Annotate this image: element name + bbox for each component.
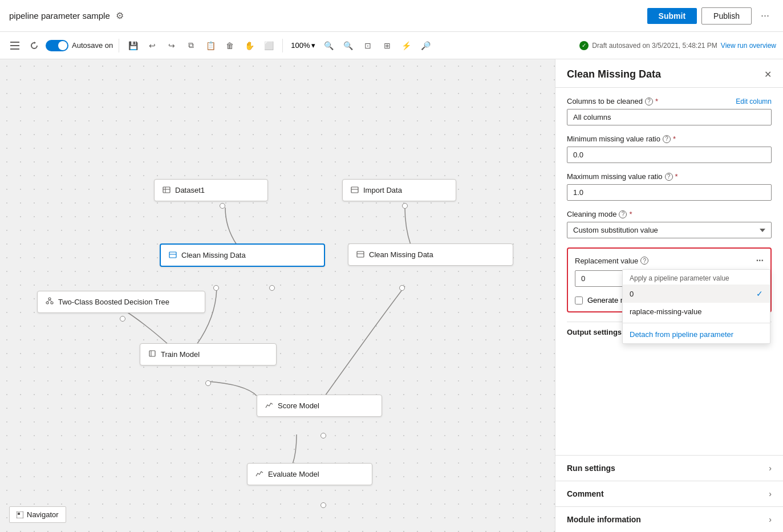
edit-column-link[interactable]: Edit column	[736, 98, 772, 105]
boosted-tree-node[interactable]: Two-Class Boosted Decision Tree	[37, 291, 205, 313]
columns-field-group: Columns to be cleaned ? * Edit column	[567, 97, 772, 125]
boosted-tree-icon	[46, 297, 54, 307]
svg-point-13	[46, 302, 48, 304]
train-model-node[interactable]: Train Model	[140, 343, 277, 366]
fit-view-icon[interactable]: ⊡	[360, 38, 376, 54]
comment-section[interactable]: Comment ›	[555, 481, 783, 506]
view-run-link[interactable]: View run overview	[721, 42, 776, 50]
right-panel: Clean Missing Data ✕ Columns to be clean…	[555, 59, 783, 532]
delete-icon[interactable]: 🗑	[222, 38, 238, 54]
detach-pipeline-param-action[interactable]: Detach from pipeline parameter	[623, 326, 770, 343]
run-settings-section[interactable]: Run settings ›	[555, 455, 783, 481]
panel-body: Columns to be cleaned ? * Edit column Mi…	[555, 88, 783, 455]
gear-icon[interactable]: ⚙	[116, 10, 124, 21]
svg-rect-17	[149, 351, 155, 356]
clean-missing-data-1-node[interactable]: Clean Missing Data	[160, 243, 325, 267]
min-ratio-required: *	[673, 135, 676, 143]
pipeline-canvas[interactable]: Dataset1 Import Data Clean Missing Data …	[0, 59, 555, 532]
status-dot: ✓	[579, 41, 589, 50]
paste-icon[interactable]: 📋	[202, 38, 218, 54]
title-left: pipeline parameter sample ⚙	[9, 10, 124, 21]
min-ratio-input[interactable]	[567, 147, 772, 163]
autosave-toggle[interactable]: Autosave on	[46, 40, 113, 51]
max-ratio-input[interactable]	[567, 184, 772, 201]
grid-icon[interactable]: ⊞	[379, 38, 395, 54]
min-ratio-help-icon[interactable]: ?	[663, 135, 671, 143]
run-settings-label: Run settings	[567, 464, 615, 473]
zoom-dropdown-icon[interactable]: ▾	[311, 41, 315, 50]
svg-rect-0	[10, 42, 19, 43]
max-ratio-field-label: Maximum missing value ratio ? *	[567, 172, 772, 181]
move-icon[interactable]: ✋	[241, 38, 257, 54]
dataset1-node[interactable]: Dataset1	[154, 179, 268, 201]
replacement-value-section: Replacement value ? ··· Apply a pipeline…	[567, 247, 772, 312]
svg-rect-3	[163, 187, 170, 193]
save-icon[interactable]: 💾	[125, 38, 141, 54]
panel-header: Clean Missing Data ✕	[555, 59, 783, 88]
select-icon[interactable]: ⬜	[261, 38, 277, 54]
zoom-out-icon[interactable]: 🔍	[340, 38, 356, 54]
run-settings-chevron-icon: ›	[769, 464, 772, 473]
columns-help-icon[interactable]: ?	[645, 98, 653, 105]
replacement-more-icon[interactable]: ···	[756, 255, 764, 266]
zoom-value: 100%	[291, 41, 310, 50]
search-icon[interactable]: 🔎	[418, 38, 434, 54]
redo-icon[interactable]: ↪	[164, 38, 180, 54]
columns-field-label: Columns to be cleaned ? * Edit column	[567, 97, 772, 105]
lightning-icon[interactable]: ⚡	[399, 38, 415, 54]
more-options-button[interactable]: ···	[756, 7, 774, 24]
toolbar: Autosave on 💾 ↩ ↪ ⧉ 📋 🗑 ✋ ⬜ 100% ▾ 🔍 🔍 ⊡…	[0, 32, 783, 59]
cleaning-mode-label: Cleaning mode ? *	[567, 210, 772, 218]
svg-rect-6	[351, 187, 358, 193]
import-data-node[interactable]: Import Data	[342, 179, 456, 201]
columns-input[interactable]	[567, 109, 772, 125]
replacement-header: Replacement value ? ···	[575, 255, 764, 266]
cleaning-mode-help-icon[interactable]: ?	[619, 210, 627, 218]
clean-missing-1-output-left	[213, 285, 219, 291]
copy-icon[interactable]: ⧉	[183, 38, 199, 54]
generate-missing-checkbox[interactable]	[575, 297, 583, 304]
max-ratio-label-text: Maximum missing value ratio	[567, 172, 663, 181]
draft-status-text: Draft autosaved on 3/5/2021, 5:48:21 PM	[592, 42, 717, 50]
max-ratio-help-icon[interactable]: ?	[665, 173, 673, 181]
score-model-node[interactable]: Score Model	[257, 395, 382, 417]
dataset1-label: Dataset1	[175, 186, 205, 194]
toggle-switch[interactable]	[46, 40, 68, 51]
cleaning-mode-select[interactable]: Custom substitution value Remove entire …	[567, 222, 772, 238]
zoom-control[interactable]: 100% ▾	[291, 41, 315, 50]
publish-button[interactable]: Publish	[701, 7, 752, 25]
sidebar-toggle-icon[interactable]	[7, 38, 23, 54]
clean-missing-data-2-node[interactable]: Clean Missing Data	[348, 243, 513, 266]
refresh-icon[interactable]	[26, 38, 42, 54]
score-model-label: Score Model	[278, 401, 319, 410]
title-bar: pipeline parameter sample ⚙ Submit Publi…	[0, 0, 783, 32]
submit-button[interactable]: Submit	[647, 8, 697, 24]
divider	[119, 39, 119, 52]
navigator-button[interactable]: Navigator	[9, 506, 66, 523]
zoom-in-icon[interactable]: 🔍	[321, 38, 337, 54]
pipeline-param-dropdown: Apply a pipeline parameter value 0 ✓ rap…	[622, 269, 770, 344]
train-model-output-dot	[205, 380, 211, 386]
close-icon[interactable]: ✕	[764, 69, 772, 80]
clean-missing-2-label: Clean Missing Data	[369, 250, 433, 259]
train-model-icon	[148, 350, 156, 359]
min-ratio-field-group: Minimum missing value ratio ? *	[567, 135, 772, 163]
cleaning-mode-required: *	[629, 210, 632, 218]
panel-title: Clean Missing Data	[567, 68, 661, 80]
dropdown-item-1-label: raplace-missing-value	[630, 307, 701, 316]
replacement-help-icon[interactable]: ?	[640, 257, 648, 265]
divider2	[282, 39, 283, 52]
import-data-icon	[351, 185, 359, 195]
svg-line-16	[50, 300, 52, 302]
undo-icon[interactable]: ↩	[144, 38, 160, 54]
evaluate-model-icon	[255, 469, 263, 479]
dropdown-section-label: Apply a pipeline parameter value	[623, 270, 770, 285]
columns-label-text: Columns to be cleaned	[567, 97, 643, 105]
evaluate-model-node[interactable]: Evaluate Model	[247, 463, 372, 485]
dropdown-item-1[interactable]: raplace-missing-value	[623, 303, 770, 320]
navigator-label: Navigator	[27, 510, 59, 519]
dropdown-item-0[interactable]: 0 ✓	[623, 285, 770, 303]
cleaning-mode-field-group: Cleaning mode ? * Custom substitution va…	[567, 210, 772, 238]
module-information-section[interactable]: Module information ›	[555, 506, 783, 532]
boosted-tree-label: Two-Class Boosted Decision Tree	[58, 298, 169, 306]
